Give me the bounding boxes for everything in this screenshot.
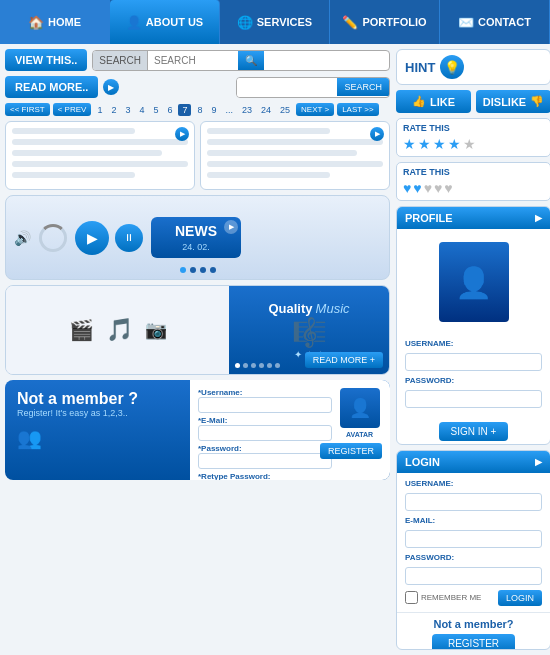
pause-button[interactable]: ⏸ <box>115 224 143 252</box>
page-6[interactable]: 6 <box>164 104 175 116</box>
panel-arrow-2[interactable]: ▶ <box>370 127 384 141</box>
search-button-1[interactable]: 🔍 <box>238 51 264 70</box>
readmore-row: READ MORE.. ▶ SEARCH <box>5 76 390 98</box>
login-button[interactable]: LOGIN <box>498 590 542 606</box>
reg-email-row: *E-Mail: <box>198 416 332 441</box>
view-this-button[interactable]: VIEW THIS.. <box>5 49 87 71</box>
search-button-2[interactable]: SEARCH <box>337 78 389 96</box>
prev-page-btn[interactable]: < PREV <box>53 103 92 116</box>
reg-username-row: *Username: <box>198 388 332 413</box>
play-button[interactable]: ▶ <box>75 221 109 255</box>
heart-1[interactable]: ♥ <box>403 180 411 196</box>
music-dot-1[interactable] <box>235 363 240 368</box>
page-7[interactable]: 7 <box>178 104 191 116</box>
news-date: 24. 02. <box>182 242 210 252</box>
page-9[interactable]: 9 <box>209 104 220 116</box>
page-25[interactable]: 25 <box>277 104 293 116</box>
page-5[interactable]: 5 <box>150 104 161 116</box>
dot-3[interactable] <box>200 267 206 273</box>
nav-contact[interactable]: ✉️ CONTACT <box>440 0 550 44</box>
heart-3[interactable]: ♥ <box>424 180 432 196</box>
news-arrow[interactable]: ▶ <box>224 220 238 234</box>
signin-button[interactable]: SIGN IN + <box>439 422 509 441</box>
profile-arrow[interactable]: ▶ <box>535 213 542 223</box>
not-member-section: Not a member? REGISTER <box>397 612 550 650</box>
search-input-2[interactable] <box>237 78 337 97</box>
profile-password-input[interactable] <box>405 390 542 408</box>
news-label: NEWS <box>175 223 217 239</box>
music-dot-5[interactable] <box>267 363 272 368</box>
nav-about[interactable]: 👤 ABOUT US <box>110 0 220 44</box>
content-panel-left: ▶ <box>5 121 195 190</box>
star-4[interactable]: ★ <box>448 136 461 152</box>
heart-rating: ♥ ♥ ♥ ♥ ♥ <box>403 180 544 196</box>
music-dot-2[interactable] <box>243 363 248 368</box>
star-2[interactable]: ★ <box>418 136 431 152</box>
search-input-1[interactable] <box>148 51 238 70</box>
content-line <box>12 139 188 145</box>
dot-2[interactable] <box>190 267 196 273</box>
heart-5[interactable]: ♥ <box>444 180 452 196</box>
reg-username-input[interactable] <box>198 397 332 413</box>
star-1[interactable]: ★ <box>403 136 416 152</box>
page-3[interactable]: 3 <box>122 104 133 116</box>
nav-portfolio[interactable]: ✏️ PORTFOLIO <box>330 0 440 44</box>
heart-4[interactable]: ♥ <box>434 180 442 196</box>
nav-home[interactable]: 🏠 HOME <box>0 0 110 44</box>
login-arrow[interactable]: ▶ <box>535 457 542 467</box>
profile-avatar-container: 👤 <box>397 229 550 335</box>
hint-label: HINT <box>405 60 435 75</box>
read-more-button[interactable]: READ MORE.. <box>5 76 98 98</box>
panel-arrow-1[interactable]: ▶ <box>175 127 189 141</box>
register-panel: Not a member ? Register! It's easy as 1,… <box>5 380 390 480</box>
volume-icon[interactable]: 🔊 <box>14 230 31 246</box>
avatar-placeholder: 👤 <box>340 388 380 428</box>
dislike-button[interactable]: DISLIKE 👎 <box>476 90 550 113</box>
arrow-icon-1[interactable]: ▶ <box>103 79 119 95</box>
dislike-label: DISLIKE <box>483 96 526 108</box>
like-button[interactable]: 👍 LIKE <box>396 90 471 113</box>
register-right: *Username: *E-Mail: *Password: *Ret <box>190 380 390 480</box>
page-4[interactable]: 4 <box>136 104 147 116</box>
page-2[interactable]: 2 <box>108 104 119 116</box>
music-readmore-button[interactable]: READ MORE + <box>305 352 383 368</box>
dot-4[interactable] <box>210 267 216 273</box>
profile-title: PROFILE <box>405 212 453 224</box>
login-password-input[interactable] <box>405 567 542 585</box>
login-register-button[interactable]: REGISTER <box>432 634 515 650</box>
next-page-btn[interactable]: NEXT > <box>296 103 334 116</box>
page-8[interactable]: 8 <box>194 104 205 116</box>
music-dot-6[interactable] <box>275 363 280 368</box>
dot-1[interactable] <box>180 267 186 273</box>
page-24[interactable]: 24 <box>258 104 274 116</box>
login-email-input[interactable] <box>405 530 542 548</box>
register-left: Not a member ? Register! It's easy as 1,… <box>5 380 190 480</box>
nav-home-label: HOME <box>48 16 81 28</box>
dislike-thumb-icon: 👎 <box>530 95 544 108</box>
reg-password-input[interactable] <box>198 453 332 469</box>
signin-label: SIGN IN + <box>451 426 497 437</box>
like-thumb-icon: 👍 <box>412 95 426 108</box>
music-dot-4[interactable] <box>259 363 264 368</box>
content-line <box>207 172 330 178</box>
page-23[interactable]: 23 <box>239 104 255 116</box>
last-page-btn[interactable]: LAST >> <box>337 103 378 116</box>
content-line <box>12 161 188 167</box>
reg-email-input[interactable] <box>198 425 332 441</box>
remember-label[interactable]: REMEMBER ME <box>405 591 481 604</box>
nav-services[interactable]: 🌐 SERVICES <box>220 0 330 44</box>
content-line <box>12 128 135 134</box>
content-panel-right: ▶ <box>200 121 390 190</box>
star-5[interactable]: ★ <box>463 136 476 152</box>
page-1[interactable]: 1 <box>94 104 105 116</box>
first-page-btn[interactable]: << FIRST <box>5 103 50 116</box>
login-username-input[interactable] <box>405 493 542 511</box>
heart-2[interactable]: ♥ <box>413 180 421 196</box>
music-dot-3[interactable] <box>251 363 256 368</box>
star-3[interactable]: ★ <box>433 136 446 152</box>
profile-username-input[interactable] <box>405 353 542 371</box>
remember-checkbox[interactable] <box>405 591 418 604</box>
register-button[interactable]: REGISTER <box>320 443 382 459</box>
search-label: SEARCH <box>93 51 148 70</box>
right-column: HINT 💡 👍 LIKE DISLIKE 👎 RATE THIS ★ ★ ★ … <box>396 49 550 650</box>
